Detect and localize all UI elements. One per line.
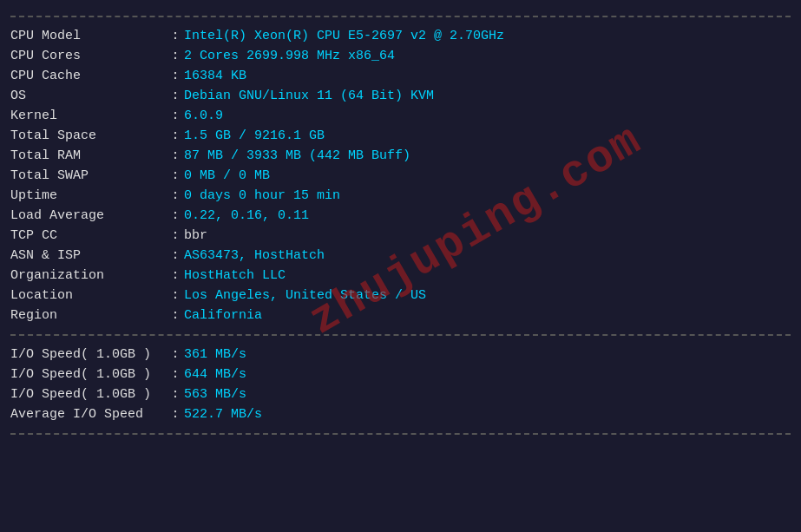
row-value: 16384 KB: [184, 66, 791, 86]
row-colon: :: [167, 66, 184, 86]
row-colon: :: [167, 206, 184, 226]
row-colon: :: [167, 106, 184, 126]
row-label: Uptime: [10, 186, 167, 206]
row-value: 0 days 0 hour 15 min: [184, 186, 791, 206]
table-row: Region:California: [10, 305, 791, 325]
row-colon: :: [167, 305, 184, 325]
row-colon: :: [167, 266, 184, 286]
table-row: CPU Cores:2 Cores 2699.998 MHz x86_64: [10, 46, 791, 66]
row-colon: :: [167, 26, 184, 46]
row-colon: :: [167, 404, 184, 424]
row-value: Intel(R) Xeon(R) CPU E5-2697 v2 @ 2.70GH…: [184, 26, 791, 46]
row-value: 644 MB/s: [184, 365, 791, 384]
row-label: Total RAM: [10, 146, 167, 166]
row-colon: :: [167, 384, 184, 404]
row-value: 2 Cores 2699.998 MHz x86_64: [184, 46, 791, 66]
table-row: Total RAM:87 MB / 3933 MB (442 MB Buff): [10, 146, 791, 166]
row-value: 87 MB / 3933 MB (442 MB Buff): [184, 146, 791, 166]
row-colon: :: [167, 345, 184, 365]
io-speed-table: I/O Speed( 1.0GB ):361 MB/sI/O Speed( 1.…: [10, 345, 791, 424]
table-row: I/O Speed( 1.0GB ):563 MB/s: [10, 384, 791, 404]
row-value: 361 MB/s: [184, 345, 791, 365]
row-colon: :: [167, 186, 184, 206]
row-label: Total Space: [10, 126, 167, 146]
row-value: 6.0.9: [184, 106, 791, 126]
row-value: 563 MB/s: [184, 384, 791, 404]
row-label: Load Average: [10, 206, 167, 226]
row-label: Total SWAP: [10, 166, 167, 186]
row-colon: :: [167, 126, 184, 146]
bottom-divider: [10, 433, 791, 435]
row-colon: :: [167, 365, 184, 384]
row-value: bbr: [184, 226, 791, 246]
table-row: OS:Debian GNU/Linux 11 (64 Bit) KVM: [10, 86, 791, 106]
row-colon: :: [167, 86, 184, 106]
row-value: Debian GNU/Linux 11 (64 Bit) KVM: [184, 86, 791, 106]
table-row: TCP CC:bbr: [10, 226, 791, 246]
row-label: TCP CC: [10, 226, 167, 246]
row-label: Organization: [10, 266, 167, 286]
table-row: Average I/O Speed:522.7 MB/s: [10, 404, 791, 424]
table-row: I/O Speed( 1.0GB ):644 MB/s: [10, 365, 791, 384]
row-colon: :: [167, 146, 184, 166]
table-row: CPU Cache:16384 KB: [10, 66, 791, 86]
row-label: I/O Speed( 1.0GB ): [10, 365, 167, 384]
top-divider: [10, 16, 791, 17]
row-colon: :: [167, 46, 184, 66]
row-label: OS: [10, 86, 167, 106]
row-value: 0.22, 0.16, 0.11: [184, 206, 791, 226]
table-row: CPU Model:Intel(R) Xeon(R) CPU E5-2697 v…: [10, 26, 791, 46]
table-row: Load Average:0.22, 0.16, 0.11: [10, 206, 791, 226]
table-row: Uptime:0 days 0 hour 15 min: [10, 186, 791, 206]
table-row: Total SWAP:0 MB / 0 MB: [10, 166, 791, 186]
table-row: Total Space:1.5 GB / 9216.1 GB: [10, 126, 791, 146]
table-row: I/O Speed( 1.0GB ):361 MB/s: [10, 345, 791, 365]
row-colon: :: [167, 246, 184, 266]
table-row: ASN & ISP:AS63473, HostHatch: [10, 246, 791, 266]
table-row: Location:Los Angeles, United States / US: [10, 286, 791, 305]
row-label: Region: [10, 305, 167, 325]
row-colon: :: [167, 166, 184, 186]
row-value: AS63473, HostHatch: [184, 246, 791, 266]
row-label: CPU Cores: [10, 46, 167, 66]
row-label: I/O Speed( 1.0GB ): [10, 384, 167, 404]
row-label: I/O Speed( 1.0GB ): [10, 345, 167, 365]
main-container: CPU Model:Intel(R) Xeon(R) CPU E5-2697 v…: [10, 16, 791, 435]
row-label: CPU Model: [10, 26, 167, 46]
row-label: Kernel: [10, 106, 167, 126]
row-label: CPU Cache: [10, 66, 167, 86]
table-row: Kernel:6.0.9: [10, 106, 791, 126]
system-info-table: CPU Model:Intel(R) Xeon(R) CPU E5-2697 v…: [10, 26, 791, 325]
row-label: Average I/O Speed: [10, 404, 167, 424]
mid-divider: [10, 334, 791, 336]
row-value: 522.7 MB/s: [184, 404, 791, 424]
row-value: HostHatch LLC: [184, 266, 791, 286]
row-label: ASN & ISP: [10, 246, 167, 266]
table-row: Organization:HostHatch LLC: [10, 266, 791, 286]
row-value: 0 MB / 0 MB: [184, 166, 791, 186]
row-colon: :: [167, 226, 184, 246]
row-value: California: [184, 305, 791, 325]
row-label: Location: [10, 286, 167, 305]
row-value: Los Angeles, United States / US: [184, 286, 791, 305]
row-colon: :: [167, 286, 184, 305]
row-value: 1.5 GB / 9216.1 GB: [184, 126, 791, 146]
